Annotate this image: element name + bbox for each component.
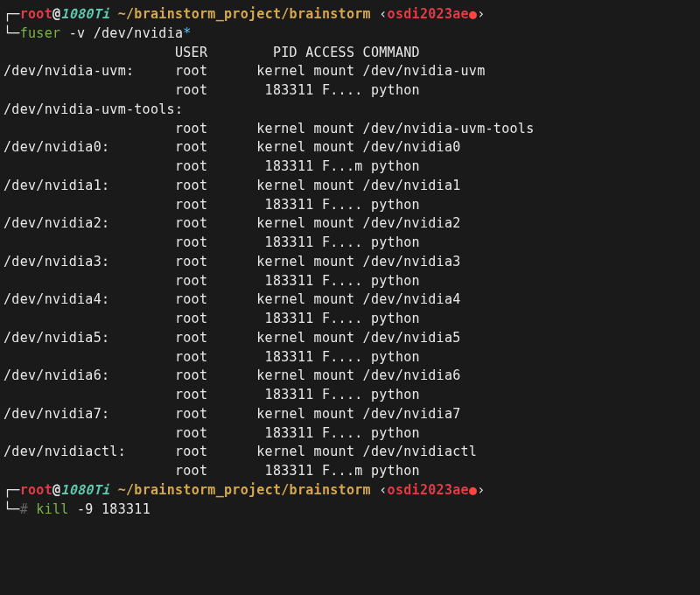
device-path	[4, 387, 167, 402]
git-branch: osdi2023ae	[388, 482, 469, 498]
device-path	[4, 158, 167, 174]
git-branch: osdi2023ae	[388, 6, 469, 22]
process-info: 183311 F.... python	[248, 311, 420, 326]
device-path	[4, 349, 167, 365]
command-line[interactable]: └─# kill -9 183311	[4, 500, 696, 520]
device-path: /dev/nvidia2:	[4, 215, 167, 231]
process-info: kernel mount /dev/nvidia6	[248, 368, 461, 383]
user-col: root	[167, 463, 248, 479]
device-path	[4, 273, 167, 289]
device-path: /dev/nvidiactl:	[4, 444, 167, 459]
dirty-dot-icon: ●	[469, 6, 477, 22]
process-info: kernel mount /dev/nvidia7	[248, 406, 461, 422]
output-row: root 183311 F.... python	[4, 310, 696, 329]
device-path	[4, 425, 167, 441]
output-row: /dev/nvidia6: root kernel mount /dev/nvi…	[4, 367, 696, 386]
process-info: 183311 F.... python	[248, 273, 420, 289]
user-col: root	[167, 387, 248, 402]
user-col: root	[167, 178, 248, 193]
user-col: root	[167, 368, 248, 383]
process-info: 183311 F.... python	[248, 197, 420, 213]
user-col: root	[167, 82, 248, 98]
user-col: root	[167, 197, 248, 213]
user-col: root	[167, 311, 248, 326]
terminal-output[interactable]: ┌─root@1080Ti ~/brainstorm_project/brain…	[4, 5, 696, 519]
prompt-corner: └─	[4, 501, 20, 517]
device-path: /dev/nvidia6:	[4, 368, 167, 383]
process-info: 183311 F.... python	[248, 82, 420, 98]
user-col: root	[167, 425, 248, 441]
user-col: root	[167, 330, 248, 346]
process-info: kernel mount /dev/nvidia4	[248, 291, 461, 307]
command-args: -v /dev/nvidia	[60, 25, 183, 41]
output-row: /dev/nvidia1: root kernel mount /dev/nvi…	[4, 177, 696, 196]
device-path: /dev/nvidia4:	[4, 291, 167, 307]
prompt-at: @	[52, 482, 60, 498]
prompt-line: ┌─root@1080Ti ~/brainstorm_project/brain…	[4, 5, 696, 24]
output-row: /dev/nvidia0: root kernel mount /dev/nvi…	[4, 138, 696, 158]
process-info: kernel mount /dev/nvidiactl	[248, 444, 477, 459]
branch-open: ‹	[379, 482, 387, 498]
process-info: 183311 F.... python	[248, 234, 420, 250]
device-path: /dev/nvidia0:	[4, 139, 167, 155]
device-path	[4, 234, 167, 250]
device-path	[4, 197, 167, 213]
prompt-host: 1080Ti	[60, 482, 109, 498]
device-path: /dev/nvidia-uvm:	[4, 63, 167, 79]
process-info: 183311 F...m python	[248, 158, 420, 174]
output-row: /dev/nvidia-uvm: root kernel mount /dev/…	[4, 62, 696, 81]
user-col: root	[167, 291, 248, 307]
prompt-at: @	[52, 6, 60, 22]
glob-star: *	[183, 25, 191, 41]
process-info: kernel mount /dev/nvidia-uvm-tools	[248, 121, 535, 136]
process-info: kernel mount /dev/nvidia0	[248, 139, 461, 155]
command-line[interactable]: └─fuser -v /dev/nvidia*	[4, 24, 696, 44]
prompt-hash: #	[20, 501, 37, 517]
output-row: root 183311 F.... python	[4, 81, 696, 101]
prompt-corner: ┌─	[4, 6, 20, 22]
prompt-user: root	[20, 6, 52, 22]
user-col: root	[167, 349, 248, 365]
device-path	[4, 463, 167, 479]
prompt-line: ┌─root@1080Ti ~/brainstorm_project/brain…	[4, 481, 696, 500]
output-row: root 183311 F...m python	[4, 462, 696, 481]
process-info: 183311 F...m python	[248, 463, 420, 479]
prompt-corner: ┌─	[4, 482, 20, 498]
device-path: /dev/nvidia3:	[4, 254, 167, 270]
output-row: /dev/nvidia7: root kernel mount /dev/nvi…	[4, 405, 696, 424]
process-info: 183311 F.... python	[248, 349, 420, 365]
user-col: root	[167, 63, 248, 79]
process-info: kernel mount /dev/nvidia2	[248, 215, 461, 231]
output-header: USER PID ACCESS COMMAND	[4, 44, 696, 63]
output-row: /dev/nvidia4: root kernel mount /dev/nvi…	[4, 290, 696, 310]
process-info: kernel mount /dev/nvidia3	[248, 254, 461, 270]
prompt-host: 1080Ti	[60, 6, 109, 22]
dirty-dot-icon: ●	[469, 482, 477, 498]
user-col: root	[167, 234, 248, 250]
user-col: root	[167, 444, 248, 459]
output-row: root 183311 F.... python	[4, 424, 696, 444]
branch-close: ›	[477, 6, 485, 22]
device-path	[4, 82, 167, 98]
user-col: root	[167, 406, 248, 422]
process-info: kernel mount /dev/nvidia5	[248, 330, 461, 346]
prompt-corner: └─	[4, 25, 20, 41]
device-path: /dev/nvidia7:	[4, 406, 167, 422]
output-row: root 183311 F.... python	[4, 196, 696, 215]
output-row: root 183311 F.... python	[4, 348, 696, 368]
user-col: root	[167, 273, 248, 289]
branch-close: ›	[477, 482, 485, 498]
command-name: fuser	[20, 25, 61, 41]
output-row: /dev/nvidiactl: root kernel mount /dev/n…	[4, 443, 696, 462]
command-args: -9 183311	[69, 501, 150, 517]
prompt-path: ~/brainstorm_project/brainstorm	[109, 482, 379, 498]
device-path: /dev/nvidia5:	[4, 330, 167, 346]
output-row: /dev/nvidia5: root kernel mount /dev/nvi…	[4, 329, 696, 348]
output-row: root 183311 F...m python	[4, 158, 696, 177]
prompt-path: ~/brainstorm_project/brainstorm	[109, 6, 379, 22]
output-row: /dev/nvidia3: root kernel mount /dev/nvi…	[4, 253, 696, 272]
process-info: 183311 F.... python	[248, 387, 420, 402]
device-path: /dev/nvidia1:	[4, 178, 167, 193]
process-info: kernel mount /dev/nvidia1	[248, 178, 461, 193]
process-info: 183311 F.... python	[248, 425, 420, 441]
